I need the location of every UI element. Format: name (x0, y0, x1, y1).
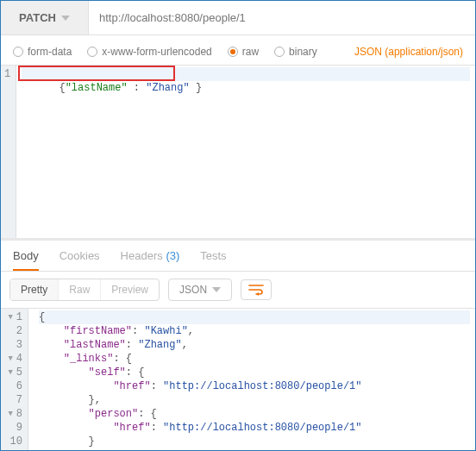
body-type-row: form-data x-www-form-urlencoded raw bina… (1, 35, 475, 66)
format-label: JSON (179, 284, 207, 296)
tab-body[interactable]: Body (13, 249, 39, 271)
code-line: "self": { (39, 366, 470, 379)
radio-icon (87, 47, 97, 57)
view-raw[interactable]: Raw (59, 279, 101, 300)
body-type-urlencoded[interactable]: x-www-form-urlencoded (87, 46, 211, 58)
tab-headers-count: (3) (166, 249, 179, 262)
tab-headers[interactable]: Headers (3) (121, 249, 180, 271)
line-gutter: ▼123▼4▼567▼89101112 (1, 309, 28, 451)
body-type-binary[interactable]: binary (274, 46, 317, 58)
body-type-label: raw (242, 46, 259, 58)
http-method-dropdown[interactable]: PATCH (1, 1, 89, 34)
body-type-raw[interactable]: raw (228, 46, 259, 58)
view-preview[interactable]: Preview (101, 279, 159, 300)
line-wrap-button[interactable] (241, 279, 272, 300)
radio-icon (13, 47, 23, 57)
code-line: } (39, 435, 470, 448)
url-input[interactable] (89, 1, 475, 34)
response-tabs: Body Cookies Headers (3) Tests (1, 238, 475, 272)
code-line: { (39, 310, 470, 324)
line-gutter: 1 (1, 66, 16, 238)
chevron-down-icon (212, 287, 221, 292)
response-toolbar: Pretty Raw Preview JSON (1, 272, 475, 309)
view-mode-group: Pretty Raw Preview (9, 279, 160, 301)
code-line: {"lastName" : "Zhang" } (22, 67, 470, 81)
body-type-label: x-www-form-urlencoded (102, 46, 211, 58)
view-pretty[interactable]: Pretty (10, 279, 59, 300)
code-line: "href": "http://localhost:8080/people/1" (39, 421, 470, 435)
chevron-down-icon (61, 16, 70, 21)
request-body-editor[interactable]: 1 {"lastName" : "Zhang" } (1, 66, 475, 238)
response-body-viewer[interactable]: ▼123▼4▼567▼89101112 { "firstName": "Kawh… (1, 309, 475, 451)
code-line: "firstName": "Kawhi", (39, 324, 470, 338)
tab-headers-label: Headers (121, 249, 163, 262)
http-method-label: PATCH (19, 11, 56, 24)
body-type-form-data[interactable]: form-data (13, 46, 72, 58)
radio-icon (228, 47, 238, 57)
body-type-label: binary (289, 46, 317, 58)
wrap-icon (248, 284, 264, 296)
code-line: }, (39, 393, 470, 407)
code-line: "_links": { (39, 352, 470, 366)
code-line: "href": "http://localhost:8080/people/1" (39, 379, 470, 393)
code-line: "lastName": "Zhang", (39, 338, 470, 352)
tab-cookies[interactable]: Cookies (60, 249, 100, 271)
code-line: "person": { (39, 407, 470, 421)
tab-tests[interactable]: Tests (200, 249, 226, 271)
content-type-dropdown[interactable]: JSON (application/json) (354, 46, 463, 58)
body-type-label: form-data (28, 46, 72, 58)
format-dropdown[interactable]: JSON (168, 279, 232, 301)
radio-icon (274, 47, 285, 57)
